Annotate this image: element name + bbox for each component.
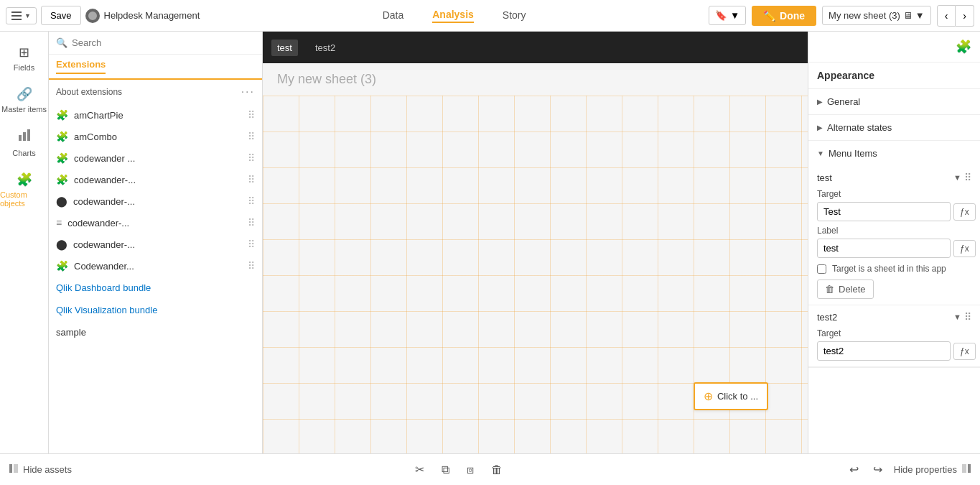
ext-name: amCombo xyxy=(74,131,242,142)
sidebar-item-label: Charts xyxy=(12,149,35,157)
drag-icon[interactable]: ⠿ xyxy=(248,131,255,142)
puzzle-icon: 🧩 xyxy=(56,174,68,185)
ext-item-amcombo[interactable]: 🧩 amCombo ⠿ xyxy=(49,126,262,147)
nav-analysis[interactable]: Analysis xyxy=(432,9,474,23)
hamburger-button[interactable]: ▼ xyxy=(6,7,37,24)
chevron-down-icon[interactable]: ▼ xyxy=(953,313,961,321)
ext-item-codewander5[interactable]: ⬤ codewander-... ⠿ xyxy=(49,234,262,255)
delete-button[interactable]: 🗑 xyxy=(488,461,505,479)
circle-icon: ⬤ xyxy=(56,195,67,207)
checkbox-row: Target is a sheet id in this app xyxy=(817,264,971,274)
right-panel-header: 🧩 xyxy=(808,32,980,63)
hide-props-label: Hide properties xyxy=(894,464,957,475)
menu-items-header[interactable]: ▼ Menu Items xyxy=(808,141,980,166)
ext-item-codewander6[interactable]: 🧩 Codewander... ⠿ xyxy=(49,255,262,277)
target-label: Target xyxy=(817,189,971,199)
general-section-header[interactable]: ▶ General xyxy=(808,89,980,114)
hide-assets-button[interactable]: Hide assets xyxy=(9,463,72,476)
drag-icon[interactable]: ⠿ xyxy=(248,217,255,228)
drag-icon[interactable]: ⠿ xyxy=(964,172,971,183)
right-panel: 🧩 Appearance ▶ General ▶ Alternate state… xyxy=(808,32,980,453)
drag-icon[interactable]: ⠿ xyxy=(248,174,255,185)
fx-button[interactable]: ƒx xyxy=(953,240,976,257)
redo-button[interactable]: ↪ xyxy=(870,460,885,479)
target-input[interactable] xyxy=(817,202,951,221)
sidebar-item-charts[interactable]: Charts xyxy=(0,121,48,165)
nav-story[interactable]: Story xyxy=(503,9,526,22)
drag-icon[interactable]: ⠿ xyxy=(248,260,255,272)
sidebar-item-master-items[interactable]: 🔗 Master items xyxy=(0,79,48,121)
dashboard-bundle-link[interactable]: Qlik Dashboard bundle xyxy=(49,277,262,299)
target-label: Target xyxy=(817,328,971,338)
ext-item-codewander2[interactable]: 🧩 codewander-... ⠿ xyxy=(49,169,262,190)
puzzle-icon: 🧩 xyxy=(56,260,68,272)
sidebar-item-label: Fields xyxy=(14,63,34,72)
bookmark-button[interactable]: 🔖 ▼ xyxy=(709,6,746,25)
alternate-states-header[interactable]: ▶ Alternate states xyxy=(808,115,980,140)
drag-icon[interactable]: ⠿ xyxy=(248,152,255,164)
sidebar-item-custom-objects[interactable]: 🧩 Custom objects xyxy=(0,165,48,215)
save-button[interactable]: Save xyxy=(41,6,81,25)
checkbox-label: Target is a sheet id in this app xyxy=(832,264,946,274)
ext-item-codewander4[interactable]: ≡ codewander-... ⠿ xyxy=(49,212,262,234)
sidebar-item-label: Custom objects xyxy=(0,190,48,208)
custom-objects-icon: 🧩 xyxy=(17,172,32,188)
delete-button[interactable]: 🗑 Delete xyxy=(817,280,874,299)
top-bar-right: 🔖 ▼ ✏️ Done My new sheet (3) 🖥 ▼ ‹ › xyxy=(709,5,974,27)
prev-sheet-button[interactable]: ‹ xyxy=(937,5,956,27)
sheet-id-checkbox[interactable] xyxy=(817,264,826,274)
ext-item-amchartpie[interactable]: 🧩 amChartPie ⠿ xyxy=(49,104,262,126)
menu-items-label: Menu Items xyxy=(829,148,877,159)
delete-label: Delete xyxy=(839,284,866,295)
search-input[interactable] xyxy=(72,37,255,48)
panel-icon xyxy=(9,463,19,476)
fx-button[interactable]: ƒx xyxy=(953,203,976,221)
section-options-icon[interactable]: ··· xyxy=(241,86,255,98)
copy-button[interactable]: ⧉ xyxy=(439,461,452,479)
alternate-states-label: Alternate states xyxy=(827,122,892,133)
drag-icon[interactable]: ⠿ xyxy=(248,195,255,207)
ext-item-codewander1[interactable]: 🧩 codewander ... ⠿ xyxy=(49,147,262,169)
drag-icon[interactable]: ⠿ xyxy=(248,109,255,121)
drag-icon[interactable]: ⠿ xyxy=(964,311,971,323)
ext-item-codewander3[interactable]: ⬤ codewander-... ⠿ xyxy=(49,190,262,212)
ext-name: codewander-... xyxy=(67,218,242,228)
hide-properties-button[interactable]: Hide properties xyxy=(894,463,971,476)
canvas-tab-test2[interactable]: test2 xyxy=(309,40,341,56)
visualization-bundle-link[interactable]: Qlik Visualization bundle xyxy=(49,299,262,321)
menu-item-name: test2 xyxy=(817,312,953,323)
puzzle-icon: 🧩 xyxy=(56,152,68,164)
svg-rect-7 xyxy=(968,464,971,473)
fx-button[interactable]: ƒx xyxy=(953,343,976,360)
canvas-grid[interactable]: ⊕ Click to ... xyxy=(263,96,808,453)
label-input[interactable] xyxy=(817,239,951,258)
sheet-info[interactable]: My new sheet (3) 🖥 ▼ xyxy=(822,6,931,25)
canvas-tab-test[interactable]: test xyxy=(271,40,298,56)
click-to-button[interactable]: ⊕ Click to ... xyxy=(694,382,768,410)
cut-button[interactable]: ✂ xyxy=(412,460,427,479)
list-icon: ≡ xyxy=(56,217,62,228)
top-bar: ▼ Save Helpdesk Management Data Analysis… xyxy=(0,0,980,32)
hamburger-icon xyxy=(11,11,22,20)
drag-icon[interactable]: ⠿ xyxy=(248,239,255,250)
target-input[interactable] xyxy=(817,341,951,361)
next-sheet-button[interactable]: › xyxy=(956,5,974,27)
sample-item[interactable]: sample xyxy=(49,321,262,343)
assets-panel: 🔍 Extensions About extensions ··· 🧩 amCh… xyxy=(49,32,263,453)
nav-arrows: ‹ › xyxy=(937,5,974,27)
extensions-tab[interactable]: Extensions xyxy=(56,59,106,74)
ext-name: amChartPie xyxy=(74,110,242,121)
chevron-down-icon: ▼ xyxy=(730,10,739,21)
chevron-down-icon[interactable]: ▼ xyxy=(953,173,961,182)
charts-icon xyxy=(17,128,32,146)
chevron-down-icon: ▼ xyxy=(915,10,925,21)
undo-button[interactable]: ↩ xyxy=(846,460,862,479)
paste-button[interactable]: ⧇ xyxy=(464,461,477,479)
chevron-right-icon: ▶ xyxy=(817,124,823,131)
trash-icon: 🗑 xyxy=(825,284,834,295)
sidebar-item-fields[interactable]: ⊞ Fields xyxy=(0,37,48,79)
appearance-title: Appearance xyxy=(808,63,980,89)
app-title: Helpdesk Management xyxy=(104,10,200,21)
done-button[interactable]: ✏️ Done xyxy=(752,6,816,26)
nav-data[interactable]: Data xyxy=(383,9,404,22)
